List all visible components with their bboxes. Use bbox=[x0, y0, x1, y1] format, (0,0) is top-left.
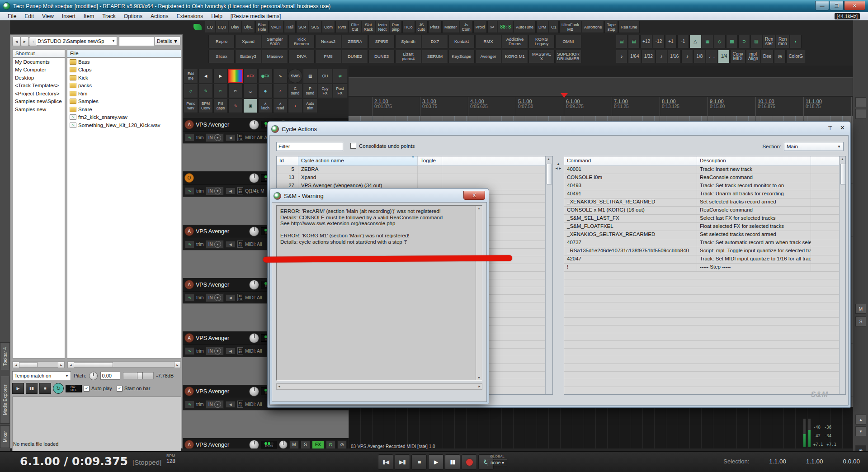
trim-label[interactable]: trim bbox=[196, 402, 204, 407]
fx-toolbar-button[interactable]: Phas bbox=[428, 21, 442, 33]
monitor-button[interactable]: ◄ bbox=[226, 348, 236, 354]
dialog-close-icon[interactable]: ✕ bbox=[840, 124, 845, 131]
track-name[interactable]: VPS Avenger bbox=[196, 335, 247, 341]
record-input-badge[interactable]: A bbox=[184, 120, 194, 129]
file-item[interactable]: packs bbox=[67, 82, 181, 90]
record-input-badge[interactable]: A bbox=[184, 440, 194, 448]
instrument-button[interactable]: DUNE3 bbox=[368, 50, 395, 63]
record-input-badge[interactable]: A bbox=[184, 280, 194, 289]
command-row[interactable]: _XENAKIOS_SELTRAX_RECARMED Set selected … bbox=[564, 198, 845, 207]
cycle-table-scrollbar[interactable] bbox=[545, 156, 552, 394]
fx-toolbar-button[interactable]: EQ3 bbox=[216, 21, 228, 33]
menu-item[interactable]: File bbox=[4, 13, 20, 19]
menu-item[interactable]: Actions bbox=[146, 13, 172, 19]
fx-toolbar-button[interactable]: Aurortone bbox=[582, 21, 604, 33]
track-name[interactable]: VPS Avenger bbox=[196, 122, 247, 128]
input-fx-badge[interactable]: IN FX bbox=[237, 187, 244, 194]
bpm-display[interactable]: BPM 128 bbox=[166, 453, 175, 464]
fx-toolbar-button[interactable]: Com bbox=[322, 21, 335, 33]
master-mute-button[interactable]: M bbox=[855, 304, 866, 314]
edit-toolbar-button[interactable]: SWS bbox=[288, 69, 302, 83]
monitor-button[interactable]: ◄ bbox=[226, 401, 236, 408]
right-toolbar-button[interactable]: ▨ bbox=[750, 35, 762, 48]
fx-toolbar-button[interactable]: SC4 bbox=[296, 21, 309, 33]
col-description[interactable]: Description bbox=[697, 156, 811, 165]
edit-toolbar-button[interactable]: Edit me bbox=[184, 69, 198, 83]
grid-size-button[interactable]: Conv MIDI bbox=[730, 50, 745, 63]
instrument-button[interactable]: Lizart piano4 bbox=[395, 50, 421, 63]
warning-titlebar[interactable]: S&M - Warning bbox=[272, 190, 487, 201]
file-column-header[interactable]: File bbox=[67, 49, 181, 57]
instrument-button[interactable]: FM8 bbox=[315, 50, 341, 63]
envelope-icon[interactable]: ∿ bbox=[185, 241, 194, 248]
edit-toolbar-button[interactable]: ∿ bbox=[273, 69, 288, 83]
selection-length[interactable]: 0.0.00 bbox=[843, 458, 860, 465]
warning-vscrollbar[interactable] bbox=[476, 206, 482, 380]
tab-toolbar4[interactable]: Toolbar 4 bbox=[0, 342, 10, 370]
preview-stop-button[interactable]: ■ bbox=[39, 383, 51, 394]
instrument-button[interactable]: DX7 bbox=[422, 35, 448, 48]
edit-toolbar-button[interactable]: ◡ bbox=[243, 84, 258, 98]
global-automation-selector[interactable]: GLOBAL none ▾ bbox=[487, 454, 507, 466]
midi-lane[interactable] bbox=[349, 407, 853, 448]
grid-size-button[interactable]: 1/64 bbox=[628, 50, 641, 63]
fx-toolbar-button[interactable]: Hall bbox=[284, 21, 296, 33]
grid-size-button[interactable]: ◎ bbox=[774, 50, 786, 63]
input-fx-badge[interactable]: IN FX bbox=[237, 241, 244, 248]
edit-toolbar-button[interactable]: Penc wav bbox=[184, 99, 198, 113]
edit-toolbar-button[interactable]: Auto trim bbox=[303, 99, 317, 113]
forward-button[interactable]: ► bbox=[20, 37, 29, 46]
grid-size-button[interactable]: ♪ bbox=[656, 50, 667, 63]
preview-loop-button[interactable]: ↻ bbox=[53, 383, 64, 394]
shortcut-column-header[interactable]: Shortcut bbox=[12, 49, 65, 57]
right-toolbar-button[interactable]: Ren mon bbox=[776, 35, 789, 48]
edit-toolbar-button[interactable]: Past FX bbox=[333, 84, 347, 98]
pitch-value-field[interactable]: 0.00 bbox=[100, 372, 120, 380]
monitor-button[interactable]: ◄ bbox=[226, 188, 236, 194]
reaper-logo-icon[interactable] bbox=[191, 21, 204, 33]
instrument-button[interactable]: Massive bbox=[262, 50, 288, 63]
volume-knob[interactable] bbox=[249, 387, 259, 396]
edit-toolbar-button[interactable]: ✕FX bbox=[243, 69, 258, 83]
fx-toolbar-button[interactable]: DrM bbox=[536, 21, 548, 33]
input-fx-badge[interactable]: IN FX bbox=[237, 401, 244, 408]
monitor-button[interactable]: ◄ bbox=[226, 294, 236, 301]
filter-box[interactable] bbox=[119, 37, 154, 46]
instrument-button[interactable]: RMX bbox=[475, 35, 501, 48]
instrument-button[interactable]: Repro bbox=[208, 35, 235, 48]
edit-toolbar-button[interactable]: ▶ bbox=[213, 69, 228, 83]
instrument-button[interactable]: Kick Romero bbox=[288, 35, 315, 48]
shortcut-item[interactable]: My Computer bbox=[13, 66, 65, 74]
cycle-actions-titlebar[interactable]: Cycle Actions bbox=[269, 123, 849, 134]
preview-pause-button[interactable]: ▮▮ bbox=[26, 383, 38, 394]
fx-toolbar-button[interactable]: Filte Cut bbox=[349, 21, 361, 33]
cycle-action-row[interactable]: 5 ZEBRA bbox=[277, 166, 552, 174]
transport-button[interactable]: ▮◀ bbox=[378, 454, 393, 470]
instrument-button[interactable]: SERUM bbox=[422, 50, 448, 63]
fx-toolbar-button[interactable]: Rvrs bbox=[335, 21, 349, 33]
shortcut-hscrollbar[interactable]: ◄► bbox=[12, 361, 65, 368]
fx-toolbar-button[interactable]: RCo bbox=[402, 21, 415, 33]
filter-input[interactable]: Filter bbox=[276, 142, 343, 151]
input-selector[interactable]: IN▼ bbox=[206, 187, 224, 195]
midi-input-label[interactable]: MIDI: All bbox=[245, 295, 262, 300]
mute-button[interactable]: M bbox=[289, 440, 299, 448]
file-item[interactable]: Claps bbox=[67, 66, 181, 74]
fx-toolbar-button[interactable]: JS cuto bbox=[415, 21, 428, 33]
volume-knob[interactable] bbox=[249, 173, 259, 183]
input-fx-badge[interactable]: IN FX bbox=[237, 134, 244, 141]
fx-toolbar-button[interactable]: EQ bbox=[205, 21, 215, 33]
edit-toolbar-button[interactable]: ◆ bbox=[258, 84, 273, 98]
command-row[interactable]: ! ----- Step ----- bbox=[564, 264, 845, 272]
fx-toolbar-button[interactable]: SC5 bbox=[309, 21, 321, 33]
edit-toolbar-button[interactable]: ✎ bbox=[228, 99, 243, 113]
midi-input-label[interactable]: MIDI: All: A bbox=[245, 135, 267, 140]
right-toolbar-button[interactable]: +12 bbox=[640, 35, 652, 48]
command-row[interactable]: 42047 Track: Set MIDI input quantize to … bbox=[564, 255, 845, 264]
playback-position-display[interactable]: 6.1.00 / 0:09.375 bbox=[20, 455, 128, 468]
menu-item[interactable]: Item bbox=[80, 13, 98, 19]
grid-size-button[interactable]: 1/8 bbox=[693, 50, 705, 63]
instrument-button[interactable]: SPIRE bbox=[368, 35, 395, 48]
edit-toolbar-button[interactable]: C send bbox=[288, 84, 302, 98]
envelope-icon[interactable]: ∿ bbox=[185, 294, 194, 302]
